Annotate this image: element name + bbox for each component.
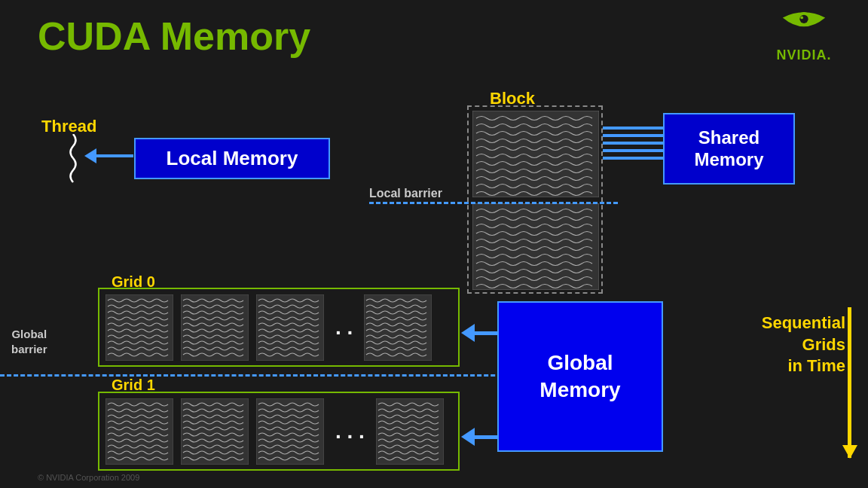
svg-rect-12 xyxy=(376,398,444,465)
grid0-block2-icon xyxy=(181,294,249,361)
nvidia-logo: NVIDIA. xyxy=(763,11,845,63)
grid1-block4-icon xyxy=(376,398,444,465)
grid1-block1-icon xyxy=(105,398,173,465)
nvidia-text: NVIDIA. xyxy=(776,47,831,63)
svg-rect-11 xyxy=(256,398,324,465)
sequential-time-arrow xyxy=(848,307,851,458)
svg-point-1 xyxy=(799,15,808,23)
svg-rect-7 xyxy=(256,294,324,361)
sequential-arrow-head xyxy=(842,445,857,459)
shared-arrow-line-3 xyxy=(603,142,663,145)
thread-block-upper xyxy=(472,111,599,197)
grid1-dots: . . . xyxy=(332,419,368,444)
svg-rect-9 xyxy=(105,398,173,465)
svg-point-2 xyxy=(800,17,803,20)
grid0-block4-icon xyxy=(364,294,432,361)
shared-memory-box: SharedMemory xyxy=(663,113,795,185)
page-title: CUDA Memory xyxy=(38,14,310,59)
grid1-block2-icon xyxy=(181,398,249,465)
arrow-left-head-2 xyxy=(461,428,475,446)
svg-rect-4 xyxy=(472,203,599,290)
local-memory-box: Local Memory xyxy=(134,138,330,179)
svg-rect-6 xyxy=(181,294,249,361)
local-memory-label: Local Memory xyxy=(167,147,298,170)
global-memory-label: GlobalMemory xyxy=(539,349,620,404)
global-memory-box: GlobalMemory xyxy=(497,301,663,452)
thread-block-lower-icon xyxy=(472,203,599,290)
global-barrier-label: Globalbarrier xyxy=(11,327,47,356)
local-barrier-label: Local barrier xyxy=(369,187,442,200)
grid0-dots: . . xyxy=(332,316,356,340)
svg-rect-10 xyxy=(181,398,249,465)
shared-memory-arrows xyxy=(603,127,663,160)
grid1-block3-icon xyxy=(256,398,324,465)
shared-memory-label: SharedMemory xyxy=(694,127,763,171)
block-container xyxy=(467,105,603,294)
shared-arrow-line-2 xyxy=(603,134,663,137)
grid1-container: . . . xyxy=(98,392,460,471)
grid0-block1-icon xyxy=(105,294,173,361)
sequential-label: Sequential Grids in Time xyxy=(762,313,845,377)
svg-rect-8 xyxy=(364,294,432,361)
shared-arrow-line-5 xyxy=(603,157,663,160)
thread-block-upper-icon xyxy=(472,111,599,197)
shared-arrow-line-1 xyxy=(603,127,663,130)
svg-rect-5 xyxy=(105,294,173,361)
thread-squiggle-icon xyxy=(65,134,81,183)
shared-arrow-line-4 xyxy=(603,149,663,152)
grid0-block3-icon xyxy=(256,294,324,361)
arrow-left-head xyxy=(461,324,475,342)
copyright-text: © NVIDIA Corporation 2009 xyxy=(38,473,139,482)
thread-block-lower xyxy=(472,203,599,290)
local-barrier-line xyxy=(369,202,618,204)
svg-rect-3 xyxy=(472,111,599,197)
grid0-container: . . xyxy=(98,288,460,367)
